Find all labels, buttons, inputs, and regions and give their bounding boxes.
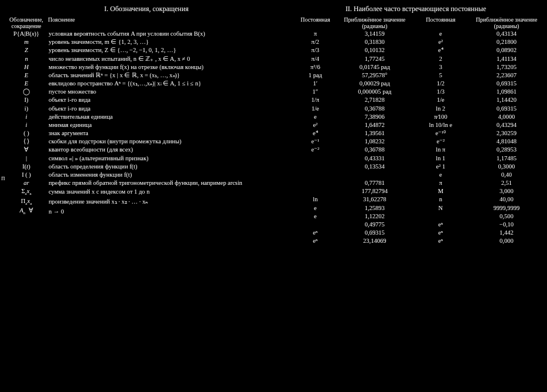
sec2-cell: 1″ xyxy=(290,88,340,96)
sec2-cell xyxy=(409,212,472,221)
sec2-cell: π²/6 xyxy=(290,63,340,71)
sec2-cell: 0,01745 рад xyxy=(340,63,409,71)
sec2-cell: 9999,9999 xyxy=(472,204,541,212)
sec1-desc: множество нулей функции f(x) на отрезке … xyxy=(47,63,287,71)
sec1-row: mуровень значимости, m ∈ {1, 2, 3, …} xyxy=(6,38,287,46)
sec2-cell: 0,36788 xyxy=(340,146,409,154)
sec2-cell: 1,41134 xyxy=(472,55,541,63)
sec2-h2: Постоянная xyxy=(409,16,472,30)
sec2-cell: 1,64872 xyxy=(340,121,409,129)
sec2-cell: 1,73205 xyxy=(472,63,541,71)
sec1-row: ⟨ ⟩скобки для подстроки (внутри промежут… xyxy=(6,137,287,146)
sec1-desc: произведение значений x₁ · x₂ · … · xₙ xyxy=(47,197,287,207)
sec1-symbol: ( ) xyxy=(6,129,47,137)
sec1-row: Hмножество нулей функции f(x) на отрезке… xyxy=(6,63,287,71)
sec2-cell xyxy=(290,187,340,195)
sec2-title: II. Наиболее часто встречающиеся постоян… xyxy=(290,5,541,13)
sec2-cell: 2,51 xyxy=(472,179,541,187)
sec2-cell: ln 10/ln e xyxy=(409,121,472,129)
sec2-cell: 1,17485 xyxy=(472,154,541,163)
sec2-row: eⁿ0,69315eⁿ1,442 xyxy=(290,229,541,237)
sec1-desc: пустое множество xyxy=(47,88,287,96)
section-2: II. Наиболее часто встречающиеся постоян… xyxy=(290,5,541,245)
sec2-cell: 7,38906 xyxy=(340,113,409,121)
sec1-desc: объект i-го вида xyxy=(47,105,287,113)
sec2-cell: eⁿ xyxy=(409,237,472,245)
sec2-cell: 1/e xyxy=(290,105,340,113)
sec1-symbol: Πaxa xyxy=(6,197,47,207)
sec1-desc: область определения функции f(t) xyxy=(47,163,287,171)
sec2-cell: π⁄100 xyxy=(409,113,472,121)
sec2-cell: e² xyxy=(409,38,472,46)
sec2-cell: e xyxy=(409,30,472,38)
sec2-cell: 0,69315 xyxy=(472,105,541,113)
sec2-cell: 0,21800 xyxy=(472,38,541,46)
sec2-cell: −0,10 xyxy=(472,221,541,229)
sec1-symbol: | xyxy=(6,154,47,163)
sec2-row: 1″0,000005 рад1/31,09861 xyxy=(290,88,541,96)
sec2-cell: 2,30259 xyxy=(472,129,541,137)
sec1-symbol: ar xyxy=(6,179,47,187)
sec2-row: eⁿ23,14069eⁿ0,000 xyxy=(290,237,541,245)
sec2-cell: 5 xyxy=(409,71,472,80)
sec1-symbol: An ∀ xyxy=(6,207,47,216)
sec2-row: π/20,31830e²0,21800 xyxy=(290,38,541,46)
sec2-cell: ln π xyxy=(409,146,472,154)
sec1-row: I)объект i-го вида xyxy=(6,96,287,104)
sec2-cell: ln 1 xyxy=(409,154,472,163)
sec2-row: e²1,64872ln 10/ln e0,43294 xyxy=(290,121,541,129)
sec2-cell: π/3 xyxy=(290,46,340,54)
sec2-cell: 0,36788 xyxy=(340,105,409,113)
sec2-cell: 0,43294 xyxy=(472,121,541,129)
sec1-desc: область изменения функции f(t) xyxy=(47,171,287,179)
sec2-cell: 0,3000 xyxy=(472,163,541,171)
page: I. Обозначения, сокращения Обозначение, … xyxy=(0,0,547,250)
sec2-table: Постоянная Приближённое значение (радиан… xyxy=(290,16,541,245)
sec1-symbol: H xyxy=(6,63,47,71)
sec1-desc: уровень значимости, m ∈ {1, 2, 3, …} xyxy=(47,38,287,46)
sec2-cell: 1,14420 xyxy=(472,96,541,104)
sec1-symbol: P{A|B(x)} xyxy=(6,30,47,38)
sec1-row: I(t)область определения функции f(t) xyxy=(6,163,287,171)
sec2-cell: 0,77781 xyxy=(340,179,409,187)
sec1-h1: Пояснение xyxy=(47,16,287,30)
sec2-cell: e² 1 xyxy=(409,163,472,171)
sec2-h3: Приближённое значение (радианы) xyxy=(472,16,541,30)
sec1-symbol: ∀ xyxy=(6,146,47,154)
sec2-row: e1,122020,500 xyxy=(290,212,541,221)
sec2-cell xyxy=(290,163,340,171)
sec1-desc: объект i-го вида xyxy=(47,96,287,104)
sec2-cell: 1,12202 xyxy=(340,212,409,221)
sec2-cell: 2,71828 xyxy=(340,96,409,104)
sec1-row: An ∀n → 0 xyxy=(6,207,287,216)
sec1-symbol: ⟨ ⟩ xyxy=(6,137,47,146)
sec2-cell: 1,08232 xyxy=(340,137,409,146)
sec2-cell: 0,69315 xyxy=(472,80,541,88)
sec2-cell: eⁿ xyxy=(409,229,472,237)
sec1-desc: мнимая единица xyxy=(47,121,287,129)
sec2-cell xyxy=(290,221,340,229)
sec2-row: e⁻¹1,08232e⁻²4,81048 xyxy=(290,137,541,146)
sec2-cell: eⁿ xyxy=(409,221,472,229)
sec1-row: i)объект i-го вида xyxy=(6,105,287,113)
sec2-cell: e⁴ xyxy=(290,129,340,137)
sec2-cell: 3 xyxy=(409,63,472,71)
sec2-cell xyxy=(290,154,340,163)
sec1-symbol: m xyxy=(6,38,47,46)
sec2-cell: 1/e xyxy=(409,96,472,104)
sec2-cell: 3,000 xyxy=(472,187,541,195)
sec2-cell: eⁿ xyxy=(290,229,340,237)
sec1-desc: n → 0 xyxy=(47,207,287,216)
sec2-cell: 0,43134 xyxy=(472,30,541,38)
sec2-row: 0,43331ln 11,17485 xyxy=(290,154,541,163)
sec1-row: P{A|B(x)}условная вероятность события A … xyxy=(6,30,287,38)
sec1-desc: уровень значимости, Z ∈ {…, −2, −1, 0, 1… xyxy=(47,46,287,54)
sec2-cell: e xyxy=(290,212,340,221)
sec1-desc: действительная единица xyxy=(47,113,287,121)
sec2-row: 1/e0,36788ln 20,69315 xyxy=(290,105,541,113)
sec1-row: iдействительная единица xyxy=(6,113,287,121)
sec2-cell: π/2 xyxy=(290,38,340,46)
sec1-row: I ( )область изменения функции f(t) xyxy=(6,171,287,179)
sec1-row: ◯пустое множество xyxy=(6,88,287,96)
sec2-row: 177,82794M3,000 xyxy=(290,187,541,195)
